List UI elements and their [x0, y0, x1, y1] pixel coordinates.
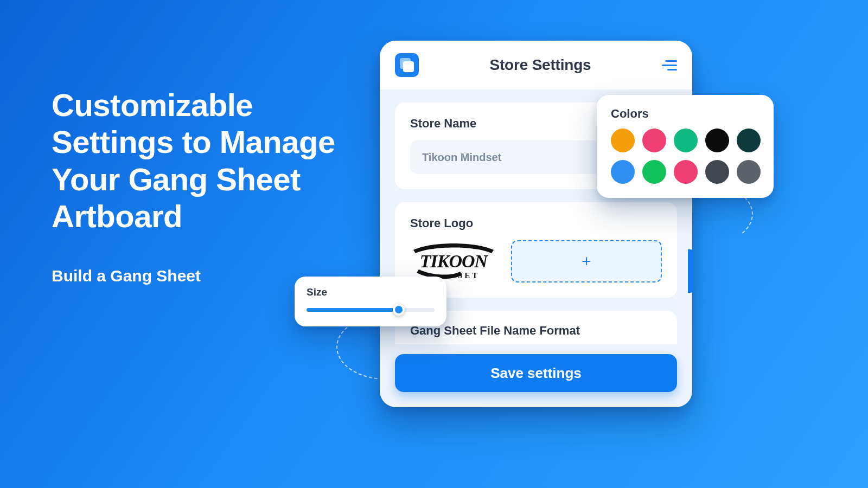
color-swatch-grid: [611, 129, 760, 184]
hero: Customizable Settings to Manage Your Gan…: [52, 87, 355, 285]
color-swatch[interactable]: [674, 160, 698, 184]
accent-strip: [688, 249, 693, 293]
store-logo-label: Store Logo: [410, 216, 662, 230]
svg-text:TIKOON: TIKOON: [420, 251, 489, 271]
color-swatch[interactable]: [705, 160, 729, 184]
card-title: Store Settings: [419, 56, 662, 74]
color-swatch[interactable]: [737, 160, 761, 184]
filename-format-label: Gang Sheet File Name Format: [410, 324, 662, 338]
color-swatch[interactable]: [705, 129, 729, 152]
app-logo-icon: [395, 53, 419, 77]
hero-title: Customizable Settings to Manage Your Gan…: [52, 87, 355, 235]
size-popover: Size: [295, 277, 446, 326]
card-header: Store Settings: [380, 41, 692, 89]
slider-fill: [307, 308, 399, 312]
color-swatch[interactable]: [737, 129, 761, 152]
color-swatch[interactable]: [611, 160, 635, 184]
size-slider[interactable]: [307, 306, 435, 313]
upload-logo-button[interactable]: +: [511, 240, 662, 282]
save-button[interactable]: Save settings: [395, 354, 677, 392]
color-swatch[interactable]: [642, 160, 666, 184]
slider-thumb[interactable]: [393, 304, 405, 316]
color-swatch[interactable]: [611, 129, 635, 152]
colors-popover: Colors: [597, 95, 774, 198]
plus-icon: +: [582, 252, 591, 271]
color-swatch[interactable]: [642, 129, 666, 152]
size-title: Size: [307, 286, 435, 298]
color-swatch[interactable]: [674, 129, 698, 152]
menu-icon[interactable]: [662, 59, 677, 71]
colors-title: Colors: [611, 107, 760, 121]
